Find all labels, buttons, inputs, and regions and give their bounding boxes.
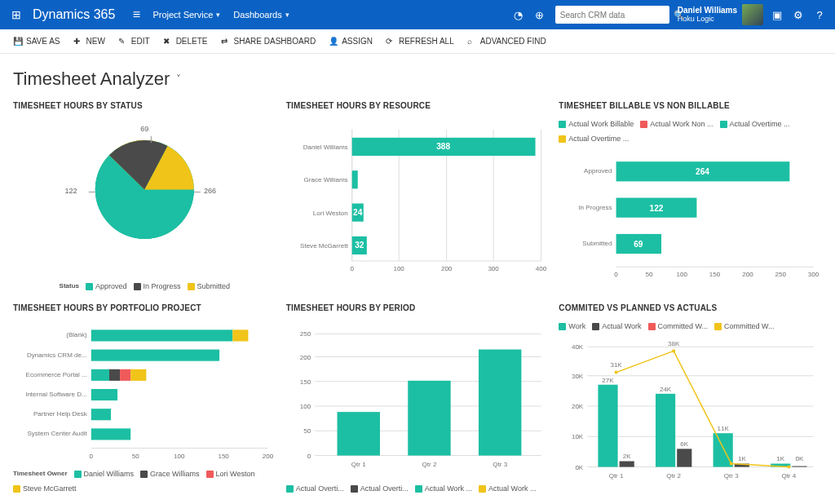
svg-text:122: 122 [65,187,77,195]
svg-text:69: 69 [140,125,148,133]
svg-text:Qtr 2: Qtr 2 [422,461,436,468]
view-selector-caret[interactable]: ˅ [176,73,181,85]
chart-billable-bar: 0 50 100 150 200 250 300 Approved 264 In… [559,143,822,292]
chart-status-pie: 266 122 69 [13,117,276,279]
save-icon: 💾 [13,37,23,46]
cmd-new[interactable]: ✚NEW [68,35,110,48]
svg-text:100: 100 [299,403,311,410]
app-launcher-icon[interactable]: ⊞ [5,8,28,21]
share-icon: ⇄ [221,37,231,46]
svg-text:200: 200 [743,271,754,278]
svg-text:Grace Williams: Grace Williams [303,176,347,183]
svg-point-117 [615,371,618,374]
cmd-assign[interactable]: 👤ASSIGN [324,35,378,48]
settings-icon[interactable]: ⚙ [788,9,809,21]
svg-text:0: 0 [307,453,311,460]
legend: Actual Overti... Actual Overti... Actual… [286,481,550,493]
svg-rect-62 [130,369,146,381]
cmd-delete[interactable]: ✖DELETE [158,35,213,48]
help-icon[interactable]: ? [809,9,830,21]
svg-text:Lori Weston: Lori Weston [312,210,347,217]
svg-text:1K: 1K [777,456,785,463]
svg-rect-66 [91,409,111,420]
cmd-edit[interactable]: ✎EDIT [113,35,155,48]
card-title: COMMITED vs PLANNED vs ACTUALS [559,298,822,319]
svg-text:0: 0 [615,271,619,278]
svg-text:Qtr 2: Qtr 2 [667,472,682,480]
chart-resource-bar: 0 100 200 300 400 Daniel Williams 388 Gr… [286,117,550,290]
card-title: TIMESHEET HOURS BY PERIOD [286,298,550,319]
svg-text:150: 150 [709,271,721,278]
dashboard-grid: TIMESHEET HOURS BY STATUS [0,93,835,501]
card-period[interactable]: TIMESHEET HOURS BY PERIOD 0 50 100 150 2… [286,298,550,493]
cmd-refresh[interactable]: ⟳REFRESH ALL [381,35,459,48]
svg-text:388: 388 [436,142,450,151]
legend: Actual Work Billable Actual Work Non ...… [559,117,822,143]
svg-point-121 [730,462,733,466]
svg-text:0K: 0K [576,464,584,471]
svg-text:0: 0 [350,265,354,272]
avatar [742,4,763,25]
svg-rect-61 [120,369,130,381]
cmd-share[interactable]: ⇄SHARE DASHBOARD [216,35,321,48]
advfind-icon: ⌕ [467,37,477,46]
svg-text:Ecommerce Portal ...: Ecommerce Portal ... [26,371,87,378]
new-record-icon[interactable]: ⊕ [529,9,550,21]
user-org: Hoku Logic [678,15,737,24]
user-name: Daniel Williams [678,6,737,15]
svg-text:300: 300 [488,265,499,272]
svg-rect-81 [337,412,379,455]
svg-text:50: 50 [303,427,311,435]
card-committed[interactable]: COMMITED vs PLANNED vs ACTUALS Work Actu… [559,298,822,493]
svg-text:250: 250 [775,271,787,278]
page-title: Timesheet Analyzer [13,69,170,90]
nav-dashboards[interactable]: Dashboards [227,10,295,20]
svg-point-119 [672,349,675,352]
svg-text:In Progress: In Progress [579,204,612,211]
svg-text:Daniel Williams: Daniel Williams [303,144,347,151]
svg-text:Internal Software D...: Internal Software D... [25,391,87,398]
recent-icon[interactable]: ◔ [508,9,529,21]
svg-text:6K: 6K [681,440,689,448]
svg-rect-99 [620,462,634,467]
svg-text:Qtr 4: Qtr 4 [782,472,797,480]
svg-text:Qtr 3: Qtr 3 [724,472,739,480]
svg-rect-60 [109,369,120,381]
svg-rect-57 [91,350,219,361]
svg-text:266: 266 [204,187,216,195]
menu-icon[interactable]: ≡ [126,7,146,22]
card-billable[interactable]: TIMESHEET BILLABLE vs NON BILLABLE Actua… [559,96,822,290]
cmd-save-as[interactable]: 💾SAVE AS [8,35,65,48]
svg-text:150: 150 [218,453,229,460]
nav-project-service[interactable]: Project Service [146,10,227,20]
svg-text:1K: 1K [738,456,746,463]
delete-icon: ✖ [163,37,173,46]
page-header: Timesheet Analyzer ˅ [0,54,835,93]
card-title: TIMESHEET HOURS BY STATUS [13,96,276,117]
global-search[interactable]: 🔍 [555,6,669,24]
card-title: TIMESHEET HOURS BY PORTFOLIO PROJECT [13,298,276,319]
svg-rect-55 [232,329,248,341]
card-status[interactable]: TIMESHEET HOURS BY STATUS [13,96,276,290]
svg-text:69: 69 [634,240,644,249]
svg-rect-114 [793,466,807,467]
svg-rect-59 [91,369,109,381]
user-menu[interactable]: Daniel Williams Hoku Logic [674,4,767,25]
cmd-advanced-find[interactable]: ⌕ADVANCED FIND [462,35,551,48]
search-input[interactable] [555,11,669,20]
card-resource[interactable]: TIMESHEET HOURS BY RESOURCE 0 100 200 30… [286,96,550,290]
svg-text:27K: 27K [603,377,615,384]
legend: Timesheet Owner Daniel Williams Grace Wi… [13,466,276,493]
brand[interactable]: Dynamics 365 [28,7,126,22]
assign-icon: 👤 [329,37,338,46]
svg-text:250: 250 [299,330,311,338]
svg-text:38K: 38K [668,340,680,347]
svg-text:40K: 40K [572,343,584,351]
svg-text:Dynamics CRM de...: Dynamics CRM de... [27,351,87,359]
rel-assist-icon[interactable]: ▣ [767,9,788,21]
svg-text:10K: 10K [572,433,584,440]
svg-text:100: 100 [677,271,688,278]
svg-text:2K: 2K [623,453,631,460]
svg-text:Approved: Approved [584,167,612,175]
card-portfolio[interactable]: TIMESHEET HOURS BY PORTFOLIO PROJECT 0 5… [13,298,276,493]
